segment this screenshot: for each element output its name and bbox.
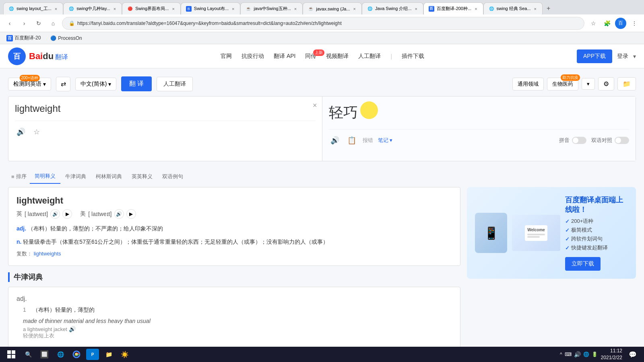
nav-epidemic[interactable]: 抗疫行动: [242, 53, 264, 60]
simple-dict-content: lightweight 英 [ laɪtweɪt] 🔊 ▶ 美 [ laɪtwe…: [8, 187, 460, 266]
taskbar-search[interactable]: 🔍: [22, 349, 35, 360]
notes-button[interactable]: 笔记 ▾: [378, 137, 393, 144]
nav-plugins[interactable]: 插件下载: [402, 53, 424, 60]
tab-6-close[interactable]: ×: [353, 6, 357, 12]
phonetic-british-sound-button[interactable]: 🔊: [50, 209, 60, 219]
help-badge: 助力抗疫: [561, 74, 580, 81]
forward-button[interactable]: ›: [19, 18, 30, 29]
phonetic-british-play-button[interactable]: ▶: [62, 209, 72, 219]
source-text[interactable]: lightweight: [15, 103, 316, 114]
bookmark-icon[interactable]: ☆: [588, 18, 599, 29]
tray-expand[interactable]: ^: [560, 352, 562, 357]
folder-icon-btn[interactable]: 📁: [617, 77, 636, 90]
dict-nav-item-collins[interactable]: 柯林斯词典: [91, 170, 127, 183]
page-content: 百 Bai du 翻译 官网 抗疫行动 翻译 API 同传 上新 视频翻译 人工…: [0, 44, 644, 347]
user-icon[interactable]: 百: [615, 18, 626, 29]
nav-video[interactable]: 视频翻译: [326, 53, 349, 60]
new-tab-button[interactable]: +: [543, 2, 554, 14]
sort-button[interactable]: ≡ 排序: [8, 170, 30, 183]
site-logo[interactable]: 百 Bai du 翻译: [8, 47, 68, 65]
start-button[interactable]: [4, 349, 19, 360]
ad-features-list: 200+语种 极简模式 跨软件划词句 快捷键发起翻译: [565, 218, 628, 251]
dict-nav-item-oxford[interactable]: 牛津词典: [60, 170, 91, 183]
phonetic-american-sound-button[interactable]: 🔊: [114, 209, 124, 219]
target-copy-button[interactable]: 📋: [346, 134, 358, 146]
tab-8-close[interactable]: ×: [474, 6, 478, 12]
bookmark-baidu-translate[interactable]: 百 百度翻译-20: [4, 34, 43, 42]
taskbar-cortana[interactable]: 🔲: [38, 349, 51, 360]
nav-api[interactable]: 翻译 API: [274, 53, 295, 60]
nav-official-site[interactable]: 官网: [221, 53, 232, 60]
tab-9-title: swing 经典 Sea...: [497, 6, 531, 12]
tab-3-close[interactable]: ×: [171, 6, 175, 12]
settings-icon[interactable]: ⋮: [629, 18, 640, 29]
tab-3[interactable]: 🔴 Swing界面布局... ×: [122, 2, 181, 14]
domain-general-button[interactable]: 通用领域: [512, 78, 544, 90]
tab-1-close[interactable]: ×: [54, 6, 58, 12]
tab-4-close[interactable]: ×: [231, 6, 235, 12]
content-layout: ≡ 排序 简明释义 牛津词典 柯林斯词典 英英释义 双语例句 lightweig…: [8, 169, 636, 347]
taskbar-browser[interactable]: 🌐: [54, 349, 67, 360]
address-input[interactable]: 🔒 https://fanyi.baidu.com/translate?aldt…: [62, 17, 584, 30]
login-button[interactable]: 登录: [617, 53, 628, 60]
tab-9[interactable]: 🌐 swing 经典 Sea... ×: [483, 2, 543, 14]
tab-1[interactable]: 🌐 swing layout_工... ×: [3, 2, 63, 14]
tab-7-close[interactable]: ×: [414, 6, 418, 12]
oxford-section-content: adj. 1 （布料）轻量的，薄型的 made of thinner mater…: [8, 287, 460, 347]
tab-5[interactable]: ☕ java中Swing五种... ×: [240, 2, 303, 14]
tab-5-close[interactable]: ×: [293, 6, 297, 12]
home-button[interactable]: ⌂: [47, 18, 59, 29]
translate-button[interactable]: 翻 译: [121, 76, 152, 91]
phonetic-british-label: 英: [17, 210, 22, 218]
app-download-button[interactable]: APP下载: [577, 49, 612, 63]
dict-nav-item-english[interactable]: 英英释义: [127, 170, 157, 183]
tray-network[interactable]: 🌐: [583, 352, 589, 357]
ad-phone-image: 📱: [475, 213, 507, 253]
dict-entry-adj: adj. （布料）轻量的，薄型的；不严肃的；给人印象不深的: [17, 224, 452, 234]
taskbar-chrome[interactable]: [70, 349, 83, 360]
source-star-button[interactable]: ☆: [32, 126, 41, 138]
clear-button[interactable]: ×: [313, 101, 317, 110]
human-translate-button[interactable]: 人工翻译: [157, 77, 193, 91]
back-button[interactable]: ‹: [4, 18, 15, 29]
swap-languages-button[interactable]: ⇄: [56, 77, 70, 91]
tab-8[interactable]: 百 百度翻译-200种... ×: [423, 2, 483, 14]
taskbar-notifications[interactable]: 💬: [625, 351, 640, 358]
settings-icon-btn[interactable]: ⚙: [598, 77, 614, 90]
taskbar-eclipse[interactable]: ☀️: [118, 349, 131, 360]
source-lang-selector[interactable]: 200+语种 检测到英语 ▾: [8, 78, 51, 90]
nav-human[interactable]: 人工翻译: [358, 53, 381, 60]
domain-expand-button[interactable]: ▾: [582, 78, 595, 90]
tab-2-close[interactable]: ×: [113, 6, 117, 12]
example-sound-button[interactable]: 🔊: [69, 326, 76, 332]
tab-6[interactable]: ☕ javax.swing (Ja... ×: [303, 2, 362, 14]
extensions-icon[interactable]: 🧩: [601, 18, 613, 29]
nav-simultaneous[interactable]: 同传 上新: [305, 53, 316, 60]
tray-battery[interactable]: 🔋: [592, 352, 598, 357]
source-sound-button[interactable]: 🔊: [15, 126, 27, 138]
phonetic-american-play-button[interactable]: ▶: [126, 209, 136, 219]
svg-text:P: P: [91, 352, 94, 357]
taskbar: 🔍 🔲 🌐 P 📁 ☀️ ^ ⌨ 🔊 🌐 🔋 11:12 2021/2/22 💬: [0, 347, 644, 362]
taskbar-process[interactable]: P: [86, 349, 99, 360]
report-button[interactable]: 报错: [363, 137, 373, 144]
dict-nav-item-bilingual[interactable]: 双语例句: [157, 170, 188, 183]
target-lang-selector[interactable]: 中文(简体) ▾: [75, 78, 116, 90]
bookmark-processon[interactable]: 🔵 ProcessOn: [48, 35, 84, 42]
target-sound-button[interactable]: 🔊: [329, 134, 341, 146]
dict-nav-item-simple[interactable]: 简明释义: [30, 169, 60, 184]
tab-7[interactable]: 🌐 Java Swing 介绍... ×: [362, 2, 423, 14]
taskbar-clock[interactable]: 11:12 2021/2/22: [601, 348, 622, 361]
tray-keyboard[interactable]: ⌨: [565, 352, 572, 357]
tray-speaker[interactable]: 🔊: [574, 351, 581, 358]
tab-2[interactable]: 🌐 swing中几种lay... ×: [63, 2, 122, 14]
tab-9-close[interactable]: ×: [533, 6, 537, 12]
pinyin-toggle-switch[interactable]: [572, 137, 586, 144]
plural-link[interactable]: lightweights: [34, 251, 61, 257]
bookmark-favicon: 百: [6, 35, 13, 41]
reload-button[interactable]: ↻: [33, 18, 44, 29]
taskbar-files[interactable]: 📁: [102, 349, 115, 360]
ad-download-button[interactable]: 立即下载: [565, 257, 601, 271]
tab-4[interactable]: B Swing Layout布... ×: [181, 2, 241, 14]
bilingual-toggle-switch[interactable]: [615, 137, 629, 144]
